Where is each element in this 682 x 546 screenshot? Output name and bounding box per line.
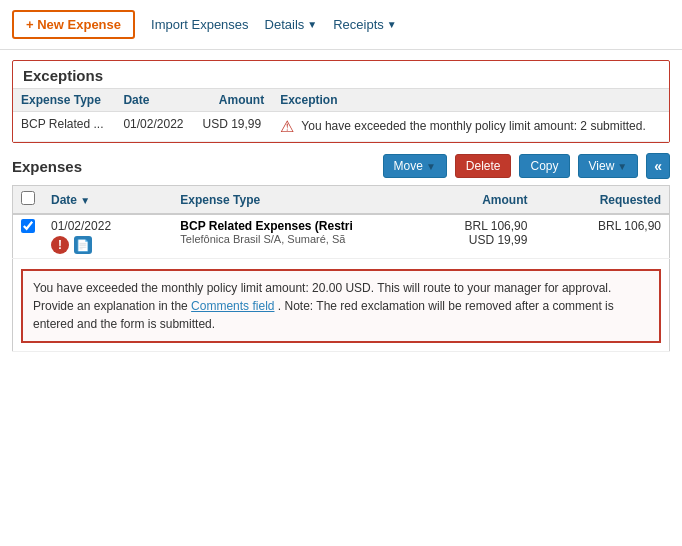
expenses-table: Date ▼ Expense Type Amount Requested 01/… xyxy=(12,185,670,352)
expense-row-amount: BRL 106,90 USD 19,99 xyxy=(413,214,535,259)
exceptions-col-date: Date xyxy=(115,89,194,112)
receipts-dropdown-arrow: ▼ xyxy=(387,19,397,30)
warning-box: You have exceeded the monthly policy lim… xyxy=(21,269,661,343)
expense-row: 01/02/2022 ! 📄 BCP Related Expenses (Res… xyxy=(13,214,670,259)
exceptions-col-exception: Exception xyxy=(272,89,669,112)
expenses-title: Expenses xyxy=(12,158,375,175)
move-dropdown-arrow: ▼ xyxy=(426,161,436,172)
expense-doc-icon: 📄 xyxy=(74,236,92,254)
expense-row-icons: ! 📄 xyxy=(51,236,164,254)
exceptions-col-expense-type: Expense Type xyxy=(13,89,115,112)
exceptions-date: 01/02/2022 xyxy=(115,112,194,142)
expenses-section: Expenses Move ▼ Delete Copy View ▼ « Dat… xyxy=(12,153,670,352)
move-button[interactable]: Move ▼ xyxy=(383,154,447,178)
expenses-col-expense-type: Expense Type xyxy=(172,186,413,215)
exception-error-icon: ⚠ xyxy=(280,118,294,135)
collapse-button[interactable]: « xyxy=(646,153,670,179)
exceptions-table: Expense Type Date Amount Exception BCP R… xyxy=(13,88,669,142)
receipts-link[interactable]: Receipts ▼ xyxy=(333,17,396,32)
expenses-col-requested: Requested xyxy=(535,186,669,215)
view-dropdown-arrow: ▼ xyxy=(617,161,627,172)
details-link[interactable]: Details ▼ xyxy=(265,17,318,32)
exceptions-section: Exceptions Expense Type Date Amount Exce… xyxy=(12,60,670,143)
expenses-col-date: Date ▼ xyxy=(43,186,172,215)
exceptions-row: BCP Related ... 01/02/2022 USD 19,99 ⚠ Y… xyxy=(13,112,669,142)
expense-warning-cell: You have exceeded the monthly policy lim… xyxy=(13,259,670,352)
select-all-checkbox[interactable] xyxy=(21,191,35,205)
exceptions-expense-type: BCP Related ... xyxy=(13,112,115,142)
exceptions-col-amount: Amount xyxy=(195,89,273,112)
expense-row-type: BCP Related Expenses (Restri Telefônica … xyxy=(172,214,413,259)
expense-row-checkbox[interactable] xyxy=(21,219,35,233)
exceptions-title: Exceptions xyxy=(13,61,669,88)
expense-warning-row: You have exceeded the monthly policy lim… xyxy=(13,259,670,352)
date-sort-arrow: ▼ xyxy=(80,195,90,206)
import-expenses-link[interactable]: Import Expenses xyxy=(151,17,249,32)
delete-button[interactable]: Delete xyxy=(455,154,512,178)
exceptions-amount: USD 19,99 xyxy=(195,112,273,142)
expenses-header: Expenses Move ▼ Delete Copy View ▼ « xyxy=(12,153,670,179)
comments-field-link[interactable]: Comments field xyxy=(191,299,274,313)
expenses-col-amount: Amount xyxy=(413,186,535,215)
expenses-col-checkbox xyxy=(13,186,44,215)
toolbar: + New Expense Import Expenses Details ▼ … xyxy=(0,0,682,50)
view-button[interactable]: View ▼ xyxy=(578,154,639,178)
expense-row-requested: BRL 106,90 xyxy=(535,214,669,259)
expense-row-date: 01/02/2022 ! 📄 xyxy=(43,214,172,259)
exceptions-exception: ⚠ You have exceeded the monthly policy l… xyxy=(272,112,669,142)
expense-exclaim-icon: ! xyxy=(51,236,69,254)
new-expense-button[interactable]: + New Expense xyxy=(12,10,135,39)
copy-button[interactable]: Copy xyxy=(519,154,569,178)
details-dropdown-arrow: ▼ xyxy=(307,19,317,30)
expense-row-checkbox-cell xyxy=(13,214,44,259)
